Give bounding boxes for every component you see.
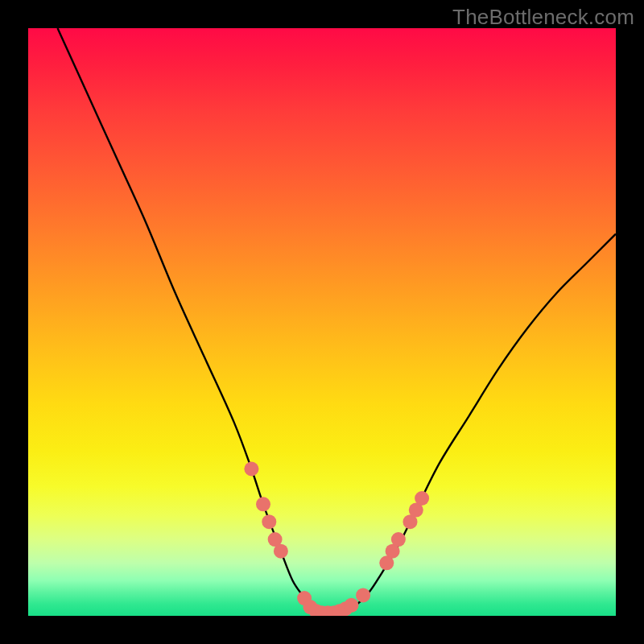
curve-svg (28, 28, 616, 616)
chart-frame: TheBottleneck.com (0, 0, 644, 644)
bottleneck-curve (58, 28, 617, 616)
plot-area (28, 28, 616, 616)
curve-marker (262, 514, 276, 529)
curve-markers (244, 462, 429, 617)
curve-marker (256, 497, 270, 511)
curve-marker (415, 491, 429, 506)
curve-marker (345, 598, 359, 613)
curve-marker (356, 588, 370, 602)
watermark-text: TheBottleneck.com (452, 5, 634, 30)
curve-marker (274, 544, 288, 559)
curve-marker (244, 462, 258, 477)
curve-marker (391, 532, 406, 547)
